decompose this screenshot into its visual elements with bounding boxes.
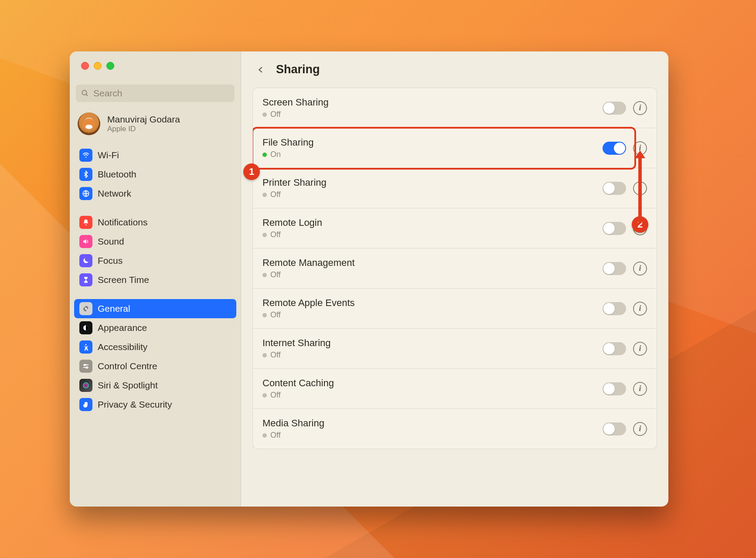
sidebar-item-focus[interactable]: Focus (74, 251, 236, 270)
sidebar-item-label: General (98, 303, 130, 314)
status-dot-off (262, 433, 267, 438)
account-name: Manuviraj Godara (107, 114, 180, 125)
bell-icon (79, 216, 92, 229)
svg-point-9 (84, 364, 85, 365)
sidebar-item-label: Siri & Spotlight (98, 380, 158, 391)
close-window-button[interactable] (81, 62, 89, 70)
sidebar-item-siri-spotlight[interactable]: Siri & Spotlight (74, 376, 236, 395)
sidebar-item-label: Sound (98, 236, 124, 247)
sidebar-item-label: Accessibility (98, 342, 147, 352)
toggle-file-sharing[interactable] (603, 142, 626, 155)
service-row-screen-sharing: Screen Sharing Off i (253, 88, 657, 128)
sidebar-item-label: Notifications (98, 217, 147, 228)
hourglass-icon (79, 273, 92, 286)
info-button-media-sharing[interactable]: i (633, 422, 647, 436)
sidebar-item-label: Privacy & Security (98, 399, 172, 410)
sidebar-item-wifi[interactable]: Wi-Fi (74, 146, 236, 165)
toggle-remote-management[interactable] (603, 262, 626, 275)
status-dot-off (262, 353, 267, 357)
service-name: Remote Management (262, 257, 596, 269)
sidebar-item-sound[interactable]: Sound (74, 232, 236, 251)
sidebar-item-screen-time[interactable]: Screen Time (74, 270, 236, 289)
info-button-printer-sharing[interactable]: i (633, 181, 647, 195)
sidebar-item-label: Control Centre (98, 361, 157, 371)
siri-icon (79, 379, 92, 392)
sidebar-item-notifications[interactable]: Notifications (74, 213, 236, 232)
accessibility-icon (79, 340, 92, 354)
status-dot-off (262, 393, 267, 398)
status-dot-on (262, 153, 267, 157)
toggle-screen-sharing[interactable] (603, 102, 626, 115)
info-button-remote-management[interactable]: i (633, 262, 647, 276)
svg-point-12 (83, 383, 89, 388)
sidebar-item-bluetooth[interactable]: Bluetooth (74, 165, 236, 184)
sidebar-item-appearance[interactable]: Appearance (74, 318, 236, 337)
toggle-remote-apple-events[interactable] (603, 302, 626, 315)
sidebar-item-control-centre[interactable]: Control Centre (74, 357, 236, 376)
service-status: Off (270, 310, 281, 320)
info-button-remote-apple-events[interactable]: i (633, 302, 647, 316)
service-name: Remote Login (262, 217, 596, 228)
svg-point-7 (85, 344, 87, 345)
desktop-background: Manuviraj Godara Apple ID Wi-Fi (0, 0, 756, 558)
sidebar-item-label: Screen Time (98, 275, 149, 285)
fullscreen-window-button[interactable] (106, 62, 114, 70)
globe-icon (79, 187, 92, 200)
svg-point-0 (82, 90, 87, 95)
toggle-media-sharing[interactable] (603, 422, 626, 436)
hand-icon (79, 398, 92, 411)
avatar (78, 112, 100, 135)
sharing-services-panel: Screen Sharing Off i File Sharing On i (252, 88, 657, 449)
search-field[interactable] (76, 85, 235, 102)
service-status: Off (270, 270, 281, 279)
minimize-window-button[interactable] (94, 62, 102, 70)
info-button-file-sharing[interactable]: i (633, 141, 647, 155)
info-button-content-caching[interactable]: i (633, 382, 647, 396)
sidebar-item-network[interactable]: Network (74, 184, 236, 203)
back-button[interactable] (254, 63, 267, 76)
service-row-remote-login: Remote Login Off i (253, 208, 657, 248)
sidebar-item-label: Bluetooth (98, 169, 136, 180)
service-name: Internet Sharing (262, 337, 596, 349)
service-name: Screen Sharing (262, 97, 596, 108)
search-input[interactable] (92, 88, 229, 99)
account-subtitle: Apple ID (107, 125, 180, 133)
sliders-icon (79, 360, 92, 373)
toggle-content-caching[interactable] (603, 382, 626, 395)
system-settings-window: Manuviraj Godara Apple ID Wi-Fi (70, 51, 668, 507)
toggle-printer-sharing[interactable] (603, 182, 626, 195)
info-button-screen-sharing[interactable]: i (633, 101, 647, 115)
sidebar-item-label: Network (98, 188, 131, 199)
service-name: Printer Sharing (262, 177, 596, 188)
gear-icon (79, 302, 92, 315)
sidebar: Manuviraj Godara Apple ID Wi-Fi (70, 51, 241, 507)
service-row-media-sharing: Media Sharing Off i (253, 408, 657, 449)
svg-point-13 (85, 384, 87, 387)
status-dot-off (262, 112, 267, 117)
service-name: Remote Apple Events (262, 297, 596, 309)
status-dot-off (262, 273, 267, 277)
toggle-internet-sharing[interactable] (603, 342, 626, 355)
service-status: On (270, 150, 281, 159)
toggle-remote-login[interactable] (603, 222, 626, 235)
apple-id-account[interactable]: Manuviraj Godara Apple ID (70, 110, 241, 145)
sidebar-group-system: General Appearance Accessibility (70, 298, 241, 415)
service-status: Off (270, 190, 281, 199)
service-status: Off (270, 350, 281, 360)
service-name: Media Sharing (262, 418, 596, 429)
sidebar-item-accessibility[interactable]: Accessibility (74, 337, 236, 357)
status-dot-off (262, 313, 267, 317)
service-status: Off (270, 431, 281, 440)
service-status: Off (270, 110, 281, 119)
status-dot-off (262, 233, 267, 237)
service-row-content-caching: Content Caching Off i (253, 368, 657, 408)
info-button-remote-login[interactable]: i (633, 221, 647, 235)
status-dot-off (262, 193, 267, 197)
bluetooth-icon (79, 168, 92, 181)
info-button-internet-sharing[interactable]: i (633, 342, 647, 356)
search-icon (81, 89, 89, 97)
sidebar-item-privacy-security[interactable]: Privacy & Security (74, 395, 236, 414)
sidebar-item-general[interactable]: General (74, 299, 236, 318)
service-status: Off (270, 230, 281, 239)
moon-icon (79, 254, 92, 267)
